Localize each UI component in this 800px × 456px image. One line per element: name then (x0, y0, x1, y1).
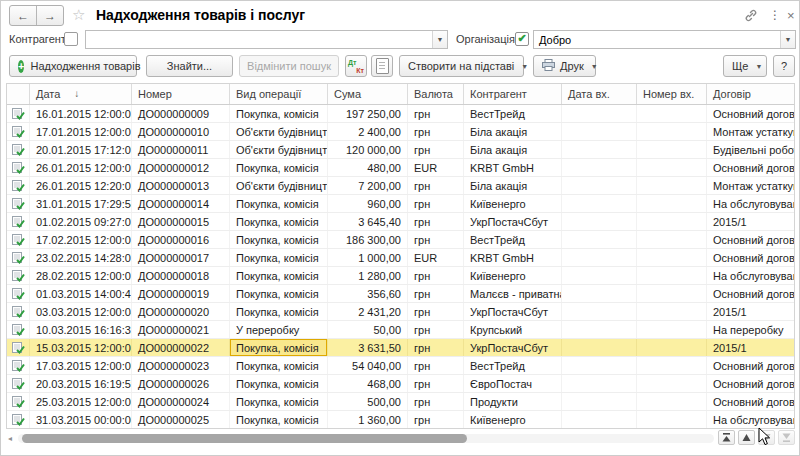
cell-contract[interactable]: Основний договір по. (707, 105, 794, 122)
cell-operation[interactable]: Покупка, комісія (230, 393, 328, 410)
cell-currency[interactable]: EUR (408, 159, 464, 176)
more-button[interactable]: Ще ▼ (723, 55, 767, 77)
cell-operation[interactable]: Покупка, комісія (230, 105, 328, 122)
cell-date-in[interactable] (562, 123, 637, 140)
cell-sum[interactable]: 120 000,00 (328, 141, 408, 158)
cell-counterparty[interactable]: Біла акація (464, 177, 562, 194)
cell-contract[interactable]: 2015/1 (707, 213, 794, 230)
table-row[interactable]: 16.01.2015 12:00:03 ДО000000009 Покупка,… (7, 105, 794, 123)
cell-contract[interactable]: Будівельні роботи (707, 141, 794, 158)
cell-date[interactable]: 16.01.2015 12:00:03 (30, 105, 132, 122)
find-button[interactable]: Знайти... (146, 55, 233, 77)
cell-currency[interactable]: грн (408, 231, 464, 248)
table-row[interactable]: 31.03.2015 00:00:00 ДО000000025 Покупка,… (7, 411, 794, 429)
cell-operation[interactable]: Покупка, комісія (230, 357, 328, 374)
go-to-first-button[interactable] (718, 430, 735, 445)
cell-date[interactable]: 28.02.2015 12:00:01 (30, 267, 132, 284)
cell-date-in[interactable] (562, 267, 637, 284)
cell-date-in[interactable] (562, 177, 637, 194)
cell-currency[interactable]: грн (408, 375, 464, 392)
cell-counterparty[interactable]: KRBT GmbH (464, 249, 562, 266)
cell-counterparty[interactable]: УкрПостачСбут (464, 339, 562, 356)
cell-sum[interactable]: 54 040,00 (328, 357, 408, 374)
table-row[interactable]: 17.01.2015 12:00:01 ДО000000010 Об'єкти … (7, 123, 794, 141)
cell-number-in[interactable] (637, 267, 707, 284)
header-sum[interactable]: Сума (328, 84, 408, 104)
cell-currency[interactable]: грн (408, 123, 464, 140)
cell-contract[interactable]: Основний договір (707, 159, 794, 176)
cell-sum[interactable]: 2 400,00 (328, 123, 408, 140)
cell-operation[interactable]: Покупка, комісія (230, 339, 328, 356)
cell-number-in[interactable] (637, 375, 707, 392)
cell-date[interactable]: 10.03.2015 16:16:32 (30, 321, 132, 338)
cell-number-in[interactable] (637, 339, 707, 356)
cell-date[interactable]: 03.03.2015 12:00:04 (30, 303, 132, 320)
cell-currency[interactable]: грн (408, 321, 464, 338)
cell-number-in[interactable] (637, 357, 707, 374)
cell-date-in[interactable] (562, 357, 637, 374)
cell-date-in[interactable] (562, 321, 637, 338)
cell-number[interactable]: ДО000000014 (132, 195, 230, 212)
cell-date-in[interactable] (562, 339, 637, 356)
cell-sum[interactable]: 186 300,00 (328, 231, 408, 248)
counterparty-checkbox[interactable] (64, 32, 78, 46)
cell-contract[interactable]: Основний договір (707, 375, 794, 392)
print-button[interactable]: Друк ▼ (533, 55, 596, 77)
counterparty-dropdown-icon[interactable]: ▼ (432, 31, 447, 48)
table-row[interactable]: 15.03.2015 12:00:08 ДО000000022 Покупка,… (7, 339, 794, 357)
cell-counterparty[interactable]: УкрПостачСбут (464, 303, 562, 320)
table-row[interactable]: 23.02.2015 14:28:07 ДО000000017 Покупка,… (7, 249, 794, 267)
cell-date[interactable]: 26.01.2015 12:20:01 (30, 177, 132, 194)
cell-sum[interactable]: 3 645,40 (328, 213, 408, 230)
cell-date[interactable]: 17.01.2015 12:00:01 (30, 123, 132, 140)
counterparty-input[interactable]: ▼ (85, 30, 448, 49)
cell-sum[interactable]: 1 000,00 (328, 249, 408, 266)
cell-counterparty[interactable]: Крупський (464, 321, 562, 338)
cell-number[interactable]: ДО000000018 (132, 267, 230, 284)
cell-number[interactable]: ДО000000016 (132, 231, 230, 248)
get-link-icon[interactable] (744, 9, 758, 25)
page-up-button[interactable] (738, 430, 755, 445)
cell-counterparty[interactable]: ВестТрейд (464, 231, 562, 248)
cell-number-in[interactable] (637, 105, 707, 122)
cell-sum[interactable]: 2 431,20 (328, 303, 408, 320)
cell-number[interactable]: ДО000000025 (132, 411, 230, 428)
cell-counterparty[interactable]: Київенерго (464, 195, 562, 212)
cell-date[interactable]: 17.02.2015 12:00:02 (30, 231, 132, 248)
cell-contract[interactable]: Монтаж устаткування (707, 123, 794, 140)
cell-counterparty[interactable]: KRBT GmbH (464, 159, 562, 176)
cell-currency[interactable]: грн (408, 411, 464, 428)
cell-sum[interactable]: 50,00 (328, 321, 408, 338)
table-row[interactable]: 17.02.2015 12:00:02 ДО000000016 Покупка,… (7, 231, 794, 249)
cell-contract[interactable]: На переробку (707, 321, 794, 338)
organization-checkbox[interactable]: ✔ (515, 32, 529, 46)
cell-number-in[interactable] (637, 141, 707, 158)
cell-currency[interactable]: грн (408, 303, 464, 320)
cell-contract[interactable]: 2015/1 (707, 303, 794, 320)
cell-contract[interactable]: Монтаж устаткування (707, 177, 794, 194)
cell-number[interactable]: ДО000000012 (132, 159, 230, 176)
cell-number[interactable]: ДО000000013 (132, 177, 230, 194)
cell-date-in[interactable] (562, 249, 637, 266)
scrollbar-thumb[interactable] (22, 434, 467, 443)
horizontal-scrollbar[interactable]: ◂ ▸ (6, 431, 726, 446)
cell-contract[interactable]: На обслуговування (707, 195, 794, 212)
cell-operation[interactable]: Об'єкти будівництва (230, 177, 328, 194)
cell-date-in[interactable] (562, 393, 637, 410)
cell-currency[interactable]: грн (408, 339, 464, 356)
cell-number[interactable]: ДО000000022 (132, 339, 230, 356)
header-number[interactable]: Номер (132, 84, 230, 104)
cell-operation[interactable]: У переробку (230, 321, 328, 338)
header-icon-column[interactable] (7, 84, 30, 104)
cell-contract[interactable]: На обслуговування (707, 411, 794, 428)
cell-number[interactable]: ДО000000021 (132, 321, 230, 338)
cell-date[interactable]: 17.03.2015 12:00:00 (30, 357, 132, 374)
cell-number[interactable]: ДО000000020 (132, 303, 230, 320)
header-operation[interactable]: Вид операції (230, 84, 328, 104)
cell-date-in[interactable] (562, 159, 637, 176)
go-to-last-button[interactable] (778, 430, 795, 445)
cell-operation[interactable]: Об'єкти будівництва (230, 123, 328, 140)
table-row[interactable]: 01.03.2015 14:00:41 ДО000000019 Покупка,… (7, 285, 794, 303)
header-date[interactable]: Дата ↓ (30, 84, 132, 104)
cell-number-in[interactable] (637, 159, 707, 176)
